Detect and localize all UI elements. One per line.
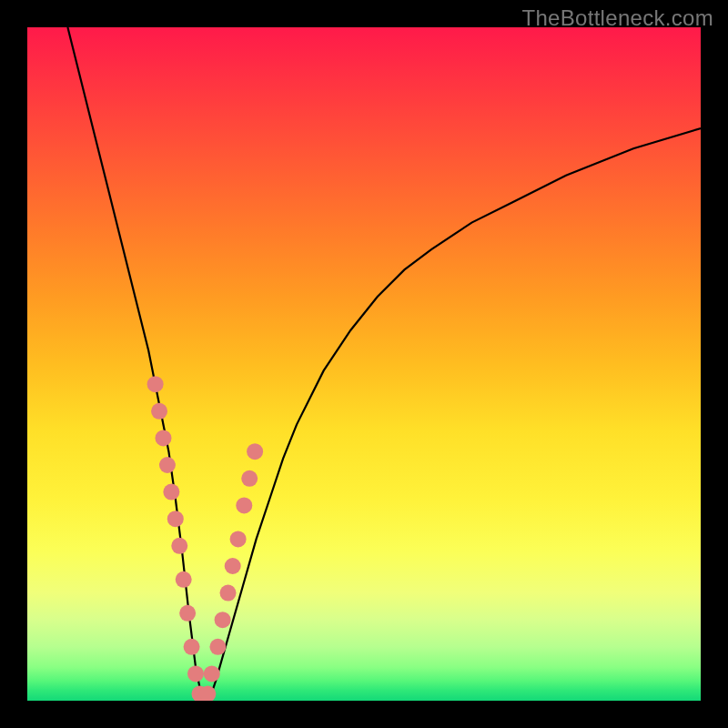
scatter-dot <box>179 605 196 622</box>
scatter-dot <box>247 443 263 460</box>
scatter-dot <box>155 430 171 446</box>
scatter-dot <box>220 585 237 602</box>
scatter-dot <box>151 403 167 420</box>
scatter-dot <box>167 511 184 527</box>
chart-svg <box>27 27 701 701</box>
scatter-dot <box>204 665 220 682</box>
bottleneck-curve <box>67 27 701 701</box>
scatter-dot <box>215 612 231 628</box>
scatter-dot <box>147 376 164 392</box>
scatter-dot <box>176 571 192 588</box>
scatter-dot <box>171 538 187 554</box>
scatter-dot <box>241 470 258 487</box>
scatter-dot <box>230 531 247 547</box>
scatter-dot <box>159 457 176 473</box>
scatter-dot <box>209 639 226 655</box>
watermark-text: TheBottleneck.com <box>521 5 713 31</box>
scatter-dot <box>236 497 252 513</box>
scatter-dot <box>163 484 179 500</box>
chart-frame: TheBottleneck.com <box>0 0 728 728</box>
scatter-dot <box>187 665 204 682</box>
scatter-dot <box>184 639 200 655</box>
scatter-dots <box>147 376 264 701</box>
scatter-dot <box>225 558 241 574</box>
